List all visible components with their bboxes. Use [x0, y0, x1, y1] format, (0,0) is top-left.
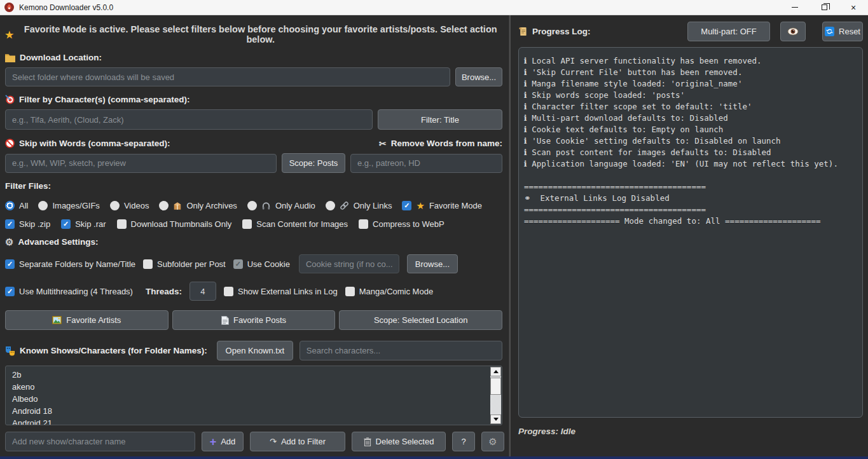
- minimize-icon: [792, 7, 798, 8]
- browse-download-button[interactable]: Browse...: [455, 67, 502, 86]
- link-icon: [340, 201, 349, 210]
- theater-masks-icon: [5, 346, 15, 356]
- scissors-icon: ✂: [379, 139, 387, 148]
- known-shows-label: Known Shows/Characters (for Folder Names…: [5, 346, 207, 356]
- filter-scope-button[interactable]: Filter: Title: [378, 109, 502, 130]
- list-item[interactable]: Android 21: [6, 417, 502, 425]
- add-character-input[interactable]: [5, 432, 195, 451]
- advanced-settings-label: ⚙ Advanced Settings:: [5, 237, 502, 247]
- scroll-up-button[interactable]: [490, 367, 501, 376]
- manga-mode-checkbox[interactable]: Manga/Comic Mode: [345, 287, 433, 296]
- list-item[interactable]: 2b: [6, 369, 502, 381]
- list-item[interactable]: Android 18: [6, 405, 502, 417]
- banner-text: Favorite Mode is active. Please select f…: [18, 24, 502, 45]
- scan-content-checkbox[interactable]: Scan Content for Images: [242, 219, 348, 229]
- favorite-mode-checkbox[interactable]: ★ Favorite Mode: [402, 201, 482, 210]
- close-button[interactable]: ×: [839, 0, 868, 15]
- plus-icon: +: [210, 436, 217, 448]
- reset-button[interactable]: Reset: [822, 22, 863, 41]
- checkbox-indicator: [242, 219, 252, 229]
- radio-indicator: [326, 201, 335, 210]
- radio-images-gifs[interactable]: Images/GIFs: [38, 201, 99, 210]
- threads-input[interactable]: [189, 282, 216, 301]
- download-location-label: Download Location:: [5, 53, 502, 62]
- skip-scope-button[interactable]: Scope: Posts: [282, 153, 345, 173]
- settings-button[interactable]: ⚙: [481, 432, 504, 451]
- gear-icon: ⚙: [5, 237, 13, 247]
- folder-icon: [5, 53, 15, 62]
- subfolder-per-post-checkbox[interactable]: Subfolder per Post: [143, 259, 226, 269]
- scroll-icon: [518, 27, 527, 36]
- radio-indicator: [110, 201, 120, 210]
- eye-icon: [787, 27, 799, 36]
- list-scrollbar[interactable]: [490, 367, 501, 424]
- compress-webp-checkbox[interactable]: Compress to WebP: [359, 219, 444, 229]
- checkbox-indicator: [143, 259, 153, 269]
- radio-indicator: [159, 201, 169, 210]
- filter-files-label: Filter Files:: [5, 181, 502, 191]
- checkbox-indicator: [117, 219, 127, 229]
- skip-rar-checkbox[interactable]: Skip .rar: [61, 219, 106, 229]
- star-icon: ★: [5, 30, 13, 39]
- radio-videos[interactable]: Videos: [110, 201, 149, 210]
- add-button[interactable]: + Add: [202, 432, 244, 451]
- character-search-input[interactable]: [300, 341, 502, 360]
- progress-log-output[interactable]: ℹ Local API server functionality has bee…: [518, 47, 863, 418]
- multithreading-checkbox[interactable]: Use Multithreading (4 Threads): [5, 287, 133, 296]
- character-filter-label: Filter by Character(s) (comma-separated)…: [5, 95, 502, 104]
- curved-arrow-icon: ↷: [270, 437, 277, 446]
- multipart-toggle-button[interactable]: Multi-part: OFF: [687, 22, 770, 41]
- delete-selected-button[interactable]: Delete Selected: [352, 432, 446, 451]
- cookie-string-input[interactable]: [299, 254, 399, 273]
- checkbox-indicator: [61, 219, 71, 229]
- minimize-button[interactable]: [780, 0, 809, 15]
- radio-indicator: [38, 201, 48, 210]
- open-known-txt-button[interactable]: Open Known.txt: [217, 341, 293, 360]
- document-icon: [221, 316, 229, 325]
- browse-cookie-button[interactable]: Browse...: [407, 254, 458, 273]
- known-characters-list[interactable]: 2b akeno Albedo Android 18 Android 21: [5, 366, 502, 425]
- skip-words-input[interactable]: [5, 154, 277, 173]
- arrow-down-icon: [493, 418, 499, 421]
- checkbox-indicator: [359, 219, 368, 229]
- separate-folders-checkbox[interactable]: Separate Folders by Name/Title: [5, 259, 135, 269]
- list-item[interactable]: akeno: [6, 381, 502, 393]
- scope-selected-location-button[interactable]: Scope: Selected Location: [339, 310, 502, 330]
- radio-all[interactable]: All: [5, 201, 28, 210]
- radio-only-archives[interactable]: Only Archives: [159, 201, 237, 210]
- radio-only-links[interactable]: Only Links: [326, 201, 392, 210]
- radio-only-audio[interactable]: Only Audio: [247, 201, 315, 210]
- dart-target-icon: [5, 95, 15, 104]
- scrollbar-thumb[interactable]: [490, 378, 501, 395]
- titlebar: Kemono Downloader v5.0.0 ×: [0, 0, 868, 15]
- show-external-links-checkbox[interactable]: Show External Links in Log: [224, 287, 338, 296]
- add-to-filter-button[interactable]: ↷ Add to Filter: [250, 432, 345, 451]
- remove-words-input[interactable]: [350, 154, 502, 173]
- character-filter-input[interactable]: [5, 109, 373, 130]
- gear-icon: ⚙: [488, 437, 497, 446]
- help-button[interactable]: ?: [452, 432, 475, 451]
- favorite-mode-banner: ★ Favorite Mode is active. Please select…: [5, 24, 502, 45]
- favorite-artists-button[interactable]: Favorite Artists: [5, 310, 169, 330]
- scroll-down-button[interactable]: [490, 414, 501, 424]
- remove-words-label: ✂ Remove Words from name:: [379, 139, 502, 148]
- restore-button[interactable]: [809, 0, 839, 15]
- window-bottom-border: [0, 456, 868, 459]
- download-thumbnails-checkbox[interactable]: Download Thumbnails Only: [117, 219, 232, 229]
- favorite-posts-button[interactable]: Favorite Posts: [172, 310, 336, 330]
- archive-box-icon: [173, 202, 182, 210]
- headphones-icon: [261, 201, 271, 210]
- restore-icon: [822, 4, 827, 10]
- use-cookie-checkbox[interactable]: Use Cookie: [233, 259, 290, 269]
- eye-toggle-button[interactable]: [780, 22, 806, 41]
- download-location-input[interactable]: [5, 67, 450, 86]
- skip-zip-checkbox[interactable]: Skip .zip: [5, 219, 50, 229]
- app-logo-icon: [4, 3, 14, 12]
- no-entry-icon: [5, 139, 15, 148]
- close-icon: ×: [851, 3, 856, 12]
- skip-words-label: Skip with Words (comma-separated):: [5, 139, 170, 148]
- arrow-up-icon: [493, 370, 499, 373]
- list-item[interactable]: Albedo: [6, 393, 502, 405]
- reset-icon: [825, 27, 834, 36]
- threads-label: Threads:: [146, 287, 182, 296]
